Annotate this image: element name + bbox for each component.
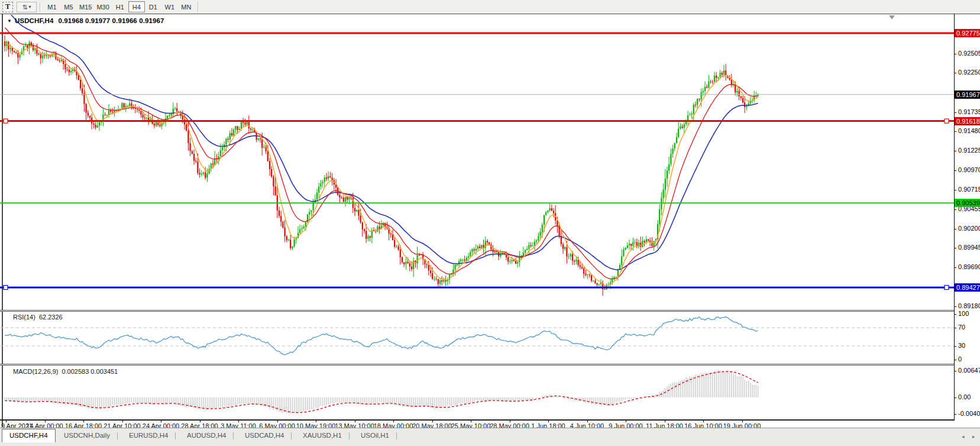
- chart-tab-xauusd-h1[interactable]: XAUUSD,H1: [296, 429, 349, 441]
- rsi-indicator-label: RSI(14)62.2326: [13, 314, 63, 321]
- tab-separator: [117, 432, 118, 439]
- price-tick-label: 0.90200: [958, 225, 980, 232]
- rsi-value: 62.2326: [39, 314, 63, 321]
- level-price-badge: 0.91618: [955, 117, 980, 125]
- price-tick: [954, 209, 956, 210]
- price-axis-line: [954, 14, 955, 420]
- macd-axis-tick: [954, 397, 956, 398]
- rsi-axis-label: 70: [958, 324, 965, 331]
- timeframe-button-h4[interactable]: H4: [128, 1, 145, 12]
- price-chart-canvas[interactable]: [0, 15, 954, 310]
- toolbar-separator: [198, 2, 199, 12]
- price-tick: [954, 54, 956, 54]
- timeframe-button-m5[interactable]: M5: [60, 1, 77, 12]
- price-shift-marker-icon: [889, 15, 895, 20]
- chart-tab-usdcad-h4[interactable]: USDCAD,H4: [238, 429, 291, 441]
- timeframe-button-m30[interactable]: M30: [94, 1, 111, 12]
- chart-title: ▼USDCHF,H40.91968 0.91977 0.91966 0.9196…: [7, 17, 164, 24]
- cursor-tools-button[interactable]: ⇅ ▾: [17, 2, 37, 12]
- rsi-axis-tick: [954, 360, 956, 360]
- price-tick-label: 0.91480: [958, 127, 980, 134]
- rsi-axis-label: 0: [958, 355, 962, 363]
- chart-tab-bar: USDCHF,H4USDCNH,DailyEURUSD,H4AUDUSD,H4U…: [0, 428, 980, 446]
- chart-window-border-top: [0, 14, 980, 14]
- level-price-badge: 0.90539: [955, 199, 980, 207]
- price-tick-label: 0.92505: [958, 50, 980, 57]
- toolbar: T ⇅ ▾ M1M5M15M30H1H4D1W1MN: [0, 0, 980, 14]
- toolbar-separator: [40, 2, 41, 12]
- price-tick: [954, 229, 956, 230]
- tab-separator: [291, 432, 292, 439]
- macd-axis-tick: [954, 371, 956, 371]
- macd-axis-label: 0.006477: [958, 367, 980, 374]
- sort-arrows-icon: ⇅: [22, 4, 27, 10]
- macd-axis-tick: [954, 414, 956, 415]
- timeframe-button-m1[interactable]: M1: [44, 1, 60, 12]
- rsi-name: RSI(14): [13, 314, 35, 321]
- chart-symbol-period: USDCHF,H4: [15, 17, 53, 24]
- price-tick: [954, 151, 956, 151]
- rsi-axis-tick: [954, 328, 956, 328]
- price-tick-label: 0.89690: [958, 263, 980, 270]
- level-price-badge: 0.92775: [955, 29, 980, 37]
- rsi-axis-tick: [954, 314, 956, 315]
- chevron-down-icon: ▾: [29, 4, 31, 9]
- timeframe-button-d1[interactable]: D1: [145, 1, 161, 12]
- price-tick-label: 0.89945: [958, 244, 980, 251]
- price-tick: [954, 190, 956, 190]
- price-tick: [954, 112, 956, 113]
- chart-tab-audusd-h4[interactable]: AUDUSD,H4: [180, 429, 233, 441]
- rsi-axis-label: 30: [958, 342, 965, 349]
- tab-scroll-right-button[interactable]: ▸: [972, 434, 975, 439]
- price-tick: [954, 267, 956, 268]
- price-tick: [954, 131, 956, 132]
- macd-axis-label: 0.00: [958, 393, 971, 400]
- price-tick: [954, 248, 956, 248]
- price-tick-label: 0.90715: [958, 186, 980, 193]
- chart-ohlc-values: 0.91968 0.91977 0.91966 0.91967: [58, 17, 164, 24]
- macd-axis-label: -0.004073: [958, 410, 980, 417]
- bid-price-badge: 0.91967: [955, 91, 980, 99]
- tab-separator: [396, 432, 397, 439]
- timeframe-button-mn[interactable]: MN: [178, 1, 195, 12]
- rsi-axis-tick: [954, 346, 956, 347]
- timeframe-button-m15[interactable]: M15: [77, 1, 94, 12]
- tab-scroll-left-button[interactable]: ◂: [962, 434, 965, 439]
- price-tick: [954, 170, 956, 171]
- chart-tab-usdchf-h4[interactable]: USDCHF,H4: [2, 429, 56, 442]
- price-tick-label: 0.91225: [958, 147, 980, 154]
- price-tick-label: 0.91735: [958, 108, 980, 115]
- timeframe-button-h1[interactable]: H1: [112, 1, 128, 12]
- tab-separator: [349, 432, 350, 439]
- level-price-badge: 0.89427: [955, 283, 980, 292]
- macd-canvas[interactable]: [0, 366, 954, 419]
- tab-separator: [175, 432, 176, 439]
- price-tick-label: 0.90970: [958, 166, 980, 173]
- timeframe-button-w1[interactable]: W1: [161, 1, 178, 12]
- chart-tab-usoil-h1[interactable]: USOil,H1: [354, 429, 396, 441]
- chart-tab-usdcnh-daily[interactable]: USDCNH,Daily: [57, 429, 117, 441]
- price-tick-label: 0.92250: [958, 69, 980, 76]
- chart-window-border-bottom: [0, 419, 955, 421]
- timeframe-bar: M1M5M15M30H1H4D1W1MN: [44, 1, 195, 12]
- tab-separator: [233, 432, 234, 439]
- collapse-triangle-icon[interactable]: ▼: [7, 18, 12, 24]
- price-tick: [954, 306, 956, 307]
- macd-values: 0.002583 0.003451: [62, 368, 118, 375]
- chart-tab-eurusd-h4[interactable]: EURUSD,H4: [122, 429, 175, 441]
- price-tick-label: 0.89180: [958, 302, 980, 309]
- rsi-axis-label: 100: [958, 310, 969, 317]
- rsi-canvas[interactable]: [0, 312, 954, 364]
- price-tick: [954, 73, 956, 73]
- macd-indicator-label: MACD(12,26,9)0.002583 0.003451: [13, 368, 118, 375]
- macd-name: MACD(12,26,9): [13, 368, 58, 375]
- text-tool-button[interactable]: T: [2, 2, 13, 12]
